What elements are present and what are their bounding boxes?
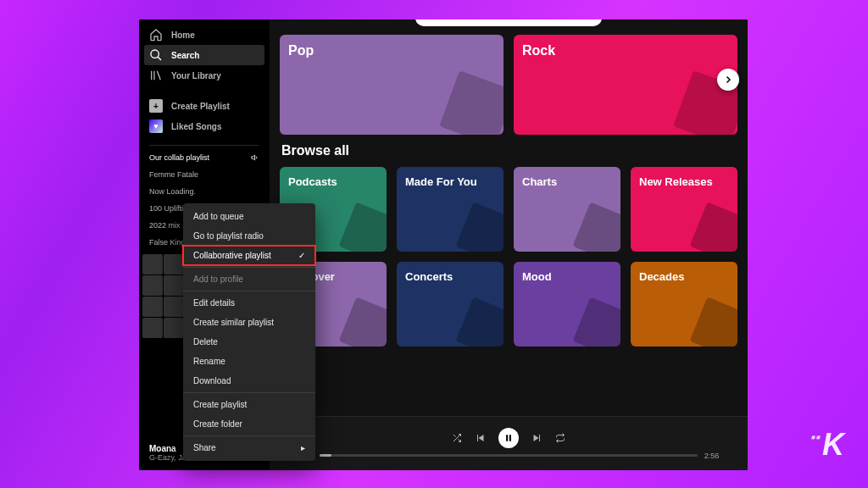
context-menu-item[interactable]: Collaborative playlist✓ [183, 246, 315, 265]
context-menu-item-label: Go to playlist radio [193, 231, 264, 241]
sidebar-item-label: Create Playlist [171, 102, 230, 111]
seek-slider[interactable] [320, 454, 697, 457]
browse-tile[interactable]: New Releases [631, 167, 737, 252]
speaker-icon [251, 153, 259, 162]
hero-row: PopRock [280, 35, 737, 135]
chevron-right-icon: ▸ [301, 443, 305, 452]
browse-tile[interactable]: Mood [514, 262, 620, 347]
sidebar-liked-songs[interactable]: ♥ Liked Songs [139, 116, 270, 136]
context-menu-item-label: Create similar playlist [193, 318, 274, 327]
hero-card[interactable]: Pop [280, 35, 504, 135]
playlist-row[interactable]: Femme Fatale [149, 168, 259, 181]
browse-tile[interactable]: Charts [514, 167, 620, 252]
sidebar-item-search[interactable]: Search [144, 45, 264, 65]
context-menu-item-label: Download [193, 376, 231, 385]
progress-bar[interactable]: 0:04 2:56 [298, 452, 719, 460]
heart-icon: ♥ [149, 119, 163, 133]
browse-tile[interactable]: Decades [631, 262, 737, 347]
shuffle-button[interactable] [451, 432, 463, 444]
sidebar-item-label: Your Library [171, 71, 221, 80]
playlist-row[interactable]: Our collab playlist [149, 151, 259, 164]
sidebar-item-label: Search [171, 51, 199, 60]
context-menu-item-label: Edit details [193, 298, 235, 308]
svg-point-0 [151, 50, 159, 58]
browse-tile[interactable]: Concerts [397, 262, 504, 347]
plus-icon: + [149, 99, 163, 113]
play-pause-button[interactable] [498, 428, 519, 448]
context-menu-item-label: Share [193, 443, 216, 452]
context-menu-item-label: Create folder [193, 419, 242, 429]
library-icon [149, 69, 163, 82]
search-icon [149, 48, 163, 62]
player-controls [451, 428, 566, 448]
previous-button[interactable] [475, 432, 487, 444]
carousel-next-button[interactable] [717, 69, 739, 91]
context-menu-item-label: Delete [193, 337, 218, 347]
context-menu-separator [183, 267, 315, 268]
total-time: 2:56 [704, 452, 720, 460]
context-menu-item-label: Collaborative playlist [193, 251, 271, 260]
hero-card[interactable]: Rock [514, 35, 737, 135]
search-input[interactable] [415, 19, 602, 26]
context-menu-item[interactable]: Go to playlist radio [183, 226, 315, 246]
sidebar-item-label: Home [171, 30, 195, 40]
sidebar-item-library[interactable]: Your Library [139, 65, 270, 86]
svg-rect-5 [477, 435, 478, 441]
context-menu-item-label: Create playlist [193, 400, 247, 409]
svg-rect-6 [506, 435, 508, 441]
context-menu-item[interactable]: Delete [183, 332, 315, 352]
watermark-logo: K [810, 427, 844, 463]
playlist-row[interactable]: Now Loading. [149, 185, 259, 198]
context-menu-item[interactable]: Create playlist [183, 395, 315, 414]
svg-rect-7 [509, 435, 511, 441]
svg-line-1 [158, 57, 161, 60]
context-menu-item-label: Add to profile [193, 274, 243, 284]
sidebar-item-home[interactable]: Home [139, 25, 270, 45]
context-menu-item[interactable]: Rename [183, 352, 315, 371]
context-menu-item[interactable]: Create folder [183, 414, 315, 434]
section-title: Browse all [281, 143, 737, 158]
sidebar-create-playlist[interactable]: + Create Playlist [139, 96, 270, 116]
main-area: PopRock Browse all PodcastsMade For YouC… [270, 19, 748, 470]
svg-marker-8 [534, 435, 539, 441]
home-icon [149, 28, 163, 42]
context-menu-separator [183, 435, 315, 436]
next-button[interactable] [531, 432, 542, 444]
browse-content: PopRock Browse all PodcastsMade For YouC… [270, 35, 748, 416]
context-menu-item[interactable]: Share▸ [183, 438, 315, 458]
sidebar-item-label: Liked Songs [171, 122, 221, 131]
context-menu-item[interactable]: Create similar playlist [183, 313, 315, 332]
context-menu-separator [183, 291, 315, 291]
context-menu-separator [183, 392, 315, 393]
context-menu-item[interactable]: Add to queue [183, 207, 315, 226]
context-menu-item[interactable]: Download [183, 371, 315, 391]
context-menu-item-label: Add to queue [193, 212, 244, 221]
svg-marker-4 [479, 435, 484, 441]
browse-grid: PodcastsMade For YouChartsNew ReleasesDi… [280, 167, 737, 347]
player-bar: 0:04 2:56 [270, 416, 748, 470]
context-menu[interactable]: Add to queueGo to playlist radioCollabor… [183, 203, 315, 461]
checkmark-icon: ✓ [298, 251, 305, 260]
context-menu-item-label: Rename [193, 357, 225, 366]
context-menu-item[interactable]: Add to profile [183, 269, 315, 289]
context-menu-item[interactable]: Edit details [183, 293, 315, 313]
svg-rect-9 [539, 435, 540, 441]
browse-tile[interactable]: Made For You [397, 167, 504, 252]
top-bar [270, 19, 748, 35]
repeat-button[interactable] [554, 432, 566, 444]
